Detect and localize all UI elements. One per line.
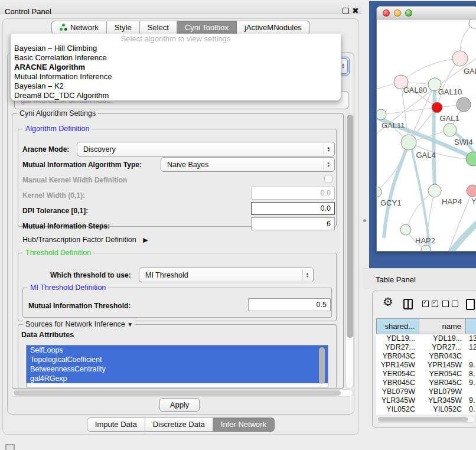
table-horizontal-scrollbar[interactable] [376,416,475,423]
checked-checkbox-icon[interactable]: ✓ [432,301,438,307]
dropdown-item[interactable]: Bayesian – K2 [11,81,341,91]
node-label-hap4: HAP4 [442,197,462,206]
network-window-titlebar[interactable] [377,6,476,19]
tab-cyni-toolbox[interactable]: Cyni Toolbox [177,21,237,35]
network-node[interactable] [457,97,471,112]
cell-shared-name: YBR043C [376,352,419,361]
manual-kernel-width-checkbox[interactable] [324,175,332,183]
kernel-width-field[interactable]: 0.0 [251,187,335,200]
table-row[interactable]: YBL079WYBL079W [376,387,476,396]
network-graph[interactable]: GALGAL80GAL10GAL1GAL11SWI4GAL4GCY1HAP4YH… [377,19,476,251]
table-panel-title: Table Panel [376,275,416,284]
aracne-mode-combo[interactable]: Discovery ▲▼ [77,142,335,156]
table-row[interactable]: YPR145WYPR145W9. [376,361,476,370]
mac-minimize-icon[interactable] [394,9,401,17]
cell-value: 0. [466,405,476,414]
dropdown-item[interactable]: Mutual Information Inference [11,72,341,81]
combo-spinner-icon[interactable]: ▲▼ [324,159,333,170]
cell-value: 9. [466,396,476,405]
column-header-name[interactable]: name [419,318,466,334]
unchecked-checkbox-icon[interactable] [442,301,449,307]
expanded-arrow-icon[interactable]: ▼ [127,321,133,328]
mi-steps-field[interactable]: 6 [251,217,335,230]
cell-value [466,387,476,396]
mac-close-icon[interactable] [383,9,390,17]
table-row[interactable]: YBR045CYBR045C9. [376,379,476,387]
mi-type-combo[interactable]: Naive Bayes ▲▼ [161,157,335,172]
table-row[interactable]: YDR27...YDR27...12 [376,343,476,352]
tab-select[interactable]: Select [140,21,177,35]
table-row[interactable]: YDL19...YDL19...13 [376,334,476,343]
tab-label: Cyni Toolbox [185,23,229,32]
dropdown-item[interactable]: ARACNE Algorithm [11,63,341,72]
mi-type-label: Mutual Information Algorithm Type: [22,161,142,169]
network-node-y[interactable] [467,185,476,197]
node-label-gal80: GAL80 [403,86,427,94]
network-node[interactable] [432,102,442,113]
settings-vertical-scrollbar-thumb[interactable] [347,115,353,338]
collapsed-arrow-icon[interactable]: ▶ [143,236,148,243]
cell-shared-name: YPR145W [376,361,419,370]
combo-spinner-icon[interactable]: ▲▼ [302,269,312,281]
sources-group-title[interactable]: Sources for Network Inference ▼ [23,320,135,329]
dropdown-item[interactable]: Dream8 DC_TDC Algorithm [11,91,341,100]
which-threshold-label: Which threshold to use: [50,271,131,279]
tab-style[interactable]: Style [107,21,140,35]
attribute-item[interactable]: gal4RGexp [27,374,328,383]
combo-spinner-icon[interactable]: ▲▼ [324,144,333,155]
network-node-gal11[interactable] [377,109,386,120]
table-row[interactable]: YIL052CYIL052C0. [376,405,476,414]
tab-jactivemnodules[interactable]: jActiveMNodules [237,21,310,35]
settings-horizontal-scrollbar-thumb[interactable] [14,390,341,396]
node-label-swi4: SWI4 [454,138,473,146]
network-canvas[interactable]: GALGAL80GAL10GAL1GAL11SWI4GAL4GCY1HAP4YH… [377,19,476,251]
mac-zoom-icon[interactable] [405,9,412,17]
dropdown-item[interactable]: Bayesian – Hill Climbing [11,44,341,53]
manual-kernel-width-label: Manual Kernel Width Definition [22,176,127,184]
mi-threshold-definition-title: MI Threshold Definition [28,283,108,292]
checked-checkbox-icon[interactable]: ✓ [422,301,429,307]
attribute-item[interactable]: TopologicalCoefficient [27,355,328,364]
attribute-item[interactable]: BetweennessCentrality [27,364,328,374]
table-rows[interactable]: YDL19...YDL19...13YDR27...YDR27...12YBR0… [376,334,476,415]
tab-network[interactable]: Network [51,21,107,35]
apply-button[interactable]: Apply [159,398,200,412]
mi-threshold-field[interactable]: 0.5 [248,298,331,311]
cell-name: YBR043C [419,352,466,361]
hub-section-header[interactable]: Hub/Transcription Factor Definition ▶ [22,236,148,244]
attributes-scrollbar[interactable] [319,347,325,384]
gear-icon[interactable]: ⚙ [383,295,393,309]
network-node-hap4[interactable] [428,184,441,197]
tab-label: jActiveMNodules [244,23,302,32]
tab-impute-data[interactable]: Impute Data [87,418,145,432]
column-header-shared[interactable]: shared... [376,318,419,334]
network-node-gal4[interactable] [401,135,416,150]
which-threshold-combo[interactable]: MI Threshold ▲▼ [139,268,314,282]
split-column-icon[interactable] [403,299,413,309]
grip-handle[interactable] [5,444,15,450]
data-attributes-label: Data Attributes [21,331,74,339]
panel-splitter-handle[interactable] [363,219,366,222]
column-header-a[interactable]: A [466,318,476,334]
tab-discretize-data[interactable]: Discretize Data [145,418,213,432]
sources-title-label: Sources for Network Inference [25,320,125,328]
document-icon[interactable] [466,299,475,310]
network-node-gal1[interactable] [444,123,457,136]
tab-infer-network[interactable]: Infer Network [213,418,275,432]
table-horizontal-scrollbar-thumb[interactable] [378,417,468,422]
float-window-icon[interactable] [343,8,349,14]
network-window[interactable]: GALGAL80GAL10GAL1GAL11SWI4GAL4GCY1HAP4YH… [376,6,476,252]
dropdown-item[interactable]: Basic Correlation Inference [11,53,341,63]
cell-shared-name: YLR345W [376,396,419,405]
unchecked-checkbox-icon[interactable] [452,301,458,307]
network-node-hap2[interactable] [400,224,411,235]
dpi-tolerance-field[interactable]: 0.0 [251,202,335,215]
table-row[interactable]: YER054CYER054C8. [376,370,476,379]
data-attributes-list[interactable]: SelfLoopsTopologicalCoefficientBetweenne… [26,345,328,387]
attribute-item[interactable]: SelfLoops [27,345,328,355]
network-node-gal[interactable] [452,51,468,66]
close-icon[interactable]: ✖ [352,6,359,15]
table-row[interactable]: YLR345WYLR345W9. [376,396,476,405]
network-node-gcy1[interactable] [377,187,382,197]
table-row[interactable]: YBR043CYBR043C [376,352,476,361]
